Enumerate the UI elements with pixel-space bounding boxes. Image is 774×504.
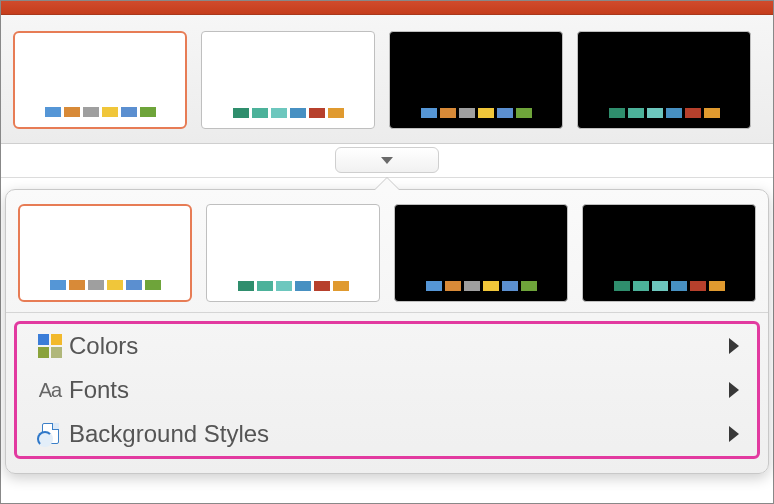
color-swatches [50, 280, 161, 290]
color-swatch [609, 108, 625, 118]
variants-gallery [1, 15, 773, 144]
color-swatch [671, 281, 687, 291]
submenu-arrow-icon [729, 382, 739, 398]
color-swatches [45, 107, 156, 117]
color-swatch [652, 281, 668, 291]
color-swatch [483, 281, 499, 291]
app-window: Colors Aa Fonts Background Styles [0, 0, 774, 504]
color-swatch [290, 108, 306, 118]
color-swatch [521, 281, 537, 291]
color-swatch [690, 281, 706, 291]
variants-popup-row [6, 190, 768, 313]
color-swatch [309, 108, 325, 118]
background-styles-icon [37, 421, 63, 447]
color-swatch [421, 108, 437, 118]
color-swatch [121, 107, 137, 117]
variants-popup: Colors Aa Fonts Background Styles [5, 189, 769, 474]
chevron-down-icon [381, 157, 393, 164]
menu-background-label: Background Styles [69, 420, 269, 448]
colors-icon [38, 334, 62, 358]
expand-strip [1, 144, 773, 178]
color-swatch [426, 281, 442, 291]
color-swatch [145, 280, 161, 290]
color-swatch [614, 281, 630, 291]
menu-fonts-label: Fonts [69, 376, 129, 404]
color-swatch [295, 281, 311, 291]
menu-colors[interactable]: Colors [17, 324, 757, 368]
color-swatch [709, 281, 725, 291]
color-swatch [64, 107, 80, 117]
color-swatches [238, 281, 349, 291]
color-swatches [614, 281, 725, 291]
color-swatch [502, 281, 518, 291]
color-swatch [497, 108, 513, 118]
theme-variant-thumbnail[interactable] [206, 204, 380, 302]
submenu-arrow-icon [729, 426, 739, 442]
color-swatch [140, 107, 156, 117]
fonts-icon: Aa [39, 379, 61, 402]
submenu-arrow-icon [729, 338, 739, 354]
menu-colors-label: Colors [69, 332, 138, 360]
theme-variant-thumbnail[interactable] [13, 31, 187, 129]
color-swatch [328, 108, 344, 118]
color-swatch [126, 280, 142, 290]
color-swatches [426, 281, 537, 291]
theme-variant-thumbnail[interactable] [389, 31, 563, 129]
color-swatches [233, 108, 344, 118]
theme-variant-thumbnail[interactable] [201, 31, 375, 129]
color-swatch [102, 107, 118, 117]
color-swatch [238, 281, 254, 291]
color-swatch [45, 107, 61, 117]
theme-variant-thumbnail[interactable] [582, 204, 756, 302]
color-swatch [314, 281, 330, 291]
color-swatch [69, 280, 85, 290]
color-swatch [459, 108, 475, 118]
color-swatches [421, 108, 532, 118]
color-swatch [666, 108, 682, 118]
color-swatch [107, 280, 123, 290]
menu-fonts[interactable]: Aa Fonts [17, 368, 757, 412]
theme-options-menu: Colors Aa Fonts Background Styles [14, 321, 760, 459]
color-swatch [440, 108, 456, 118]
color-swatch [628, 108, 644, 118]
menu-background-styles[interactable]: Background Styles [17, 412, 757, 456]
color-swatch [276, 281, 292, 291]
color-swatch [647, 108, 663, 118]
theme-variant-thumbnail[interactable] [394, 204, 568, 302]
color-swatch [478, 108, 494, 118]
color-swatch [271, 108, 287, 118]
color-swatches [609, 108, 720, 118]
color-swatch [445, 281, 461, 291]
color-swatch [704, 108, 720, 118]
theme-variant-thumbnail[interactable] [18, 204, 192, 302]
color-swatch [516, 108, 532, 118]
color-swatch [233, 108, 249, 118]
title-bar [1, 1, 773, 15]
color-swatch [252, 108, 268, 118]
color-swatch [88, 280, 104, 290]
color-swatch [50, 280, 66, 290]
color-swatch [83, 107, 99, 117]
expand-gallery-button[interactable] [335, 147, 439, 173]
theme-variant-thumbnail[interactable] [577, 31, 751, 129]
color-swatch [257, 281, 273, 291]
color-swatch [333, 281, 349, 291]
color-swatch [464, 281, 480, 291]
color-swatch [633, 281, 649, 291]
color-swatch [685, 108, 701, 118]
